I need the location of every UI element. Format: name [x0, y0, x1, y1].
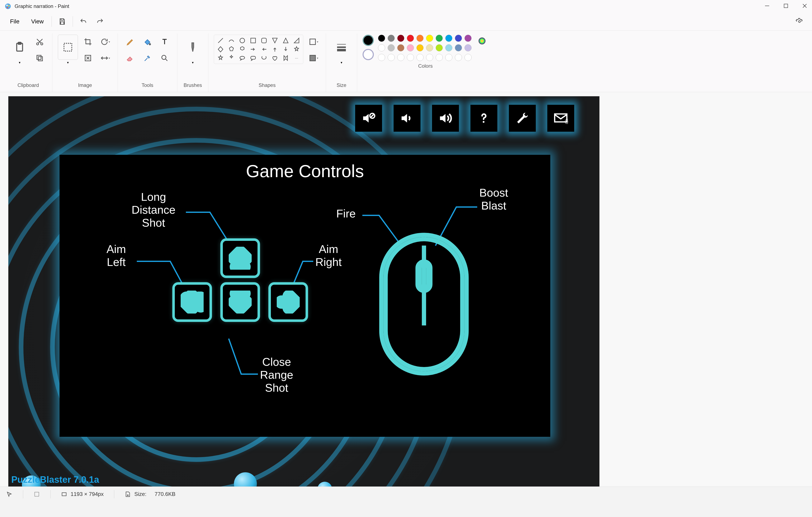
mute-button[interactable]	[355, 105, 382, 132]
menu-file[interactable]: File	[4, 16, 25, 27]
color-swatch[interactable]	[455, 54, 462, 61]
paste-button[interactable]	[9, 35, 30, 60]
color2-swatch[interactable]	[362, 49, 374, 60]
svg-point-24	[240, 56, 245, 59]
color-swatch[interactable]	[378, 54, 385, 61]
svg-rect-45	[62, 493, 66, 496]
color-swatch[interactable]	[387, 54, 395, 61]
color-swatch[interactable]	[464, 44, 471, 51]
color-swatch[interactable]	[426, 35, 433, 42]
paint-app-icon	[4, 2, 12, 10]
group-label: Brushes	[183, 80, 202, 92]
svg-point-31	[479, 38, 485, 44]
minimize-button[interactable]	[764, 3, 770, 10]
svg-rect-17	[64, 43, 71, 51]
menu-view[interactable]: View	[25, 16, 50, 27]
settings-wrench-button[interactable]	[509, 105, 536, 132]
color-swatch[interactable]	[378, 44, 385, 51]
color-swatch[interactable]	[407, 44, 414, 51]
color-swatch[interactable]	[407, 54, 414, 61]
color-swatch[interactable]	[397, 44, 404, 51]
help-button[interactable]	[470, 105, 497, 132]
svg-point-2	[8, 5, 9, 6]
close-button[interactable]	[802, 3, 808, 10]
maximize-button[interactable]	[783, 3, 789, 10]
chevron-down-icon[interactable]: ▾	[19, 61, 21, 64]
color-swatch[interactable]	[416, 54, 424, 61]
key-up	[220, 238, 260, 278]
color-swatch[interactable]	[397, 54, 404, 61]
group-brushes: ▾ Brushes	[177, 33, 208, 92]
svg-rect-5	[784, 4, 788, 8]
color-swatch[interactable]	[378, 35, 385, 42]
color-swatch[interactable]	[445, 35, 452, 42]
color1-swatch[interactable]	[362, 35, 374, 46]
rotate-button[interactable]: ▾	[98, 35, 112, 49]
shape-outline-button[interactable]: ▾	[306, 35, 320, 49]
shape-fill-button[interactable]: ▾	[306, 51, 320, 65]
shapes-more-icon: ⋯	[293, 55, 300, 62]
eraser-tool[interactable]	[123, 51, 138, 65]
volume-high-button[interactable]	[432, 105, 459, 132]
copy-button[interactable]	[33, 51, 47, 65]
flip-button[interactable]: ▾	[98, 51, 112, 65]
svg-point-19	[149, 44, 151, 45]
color-swatch[interactable]	[387, 35, 395, 42]
color-swatch[interactable]	[464, 35, 471, 42]
svg-line-33	[371, 114, 374, 118]
color-swatch[interactable]	[455, 44, 462, 51]
pencil-tool[interactable]	[123, 35, 138, 49]
color-swatch[interactable]	[445, 44, 452, 51]
settings-button[interactable]	[794, 16, 805, 27]
color-swatch[interactable]	[436, 35, 443, 42]
chevron-down-icon[interactable]: ▾	[341, 61, 342, 64]
svg-rect-15	[38, 57, 42, 61]
color-swatch[interactable]	[445, 54, 452, 61]
color-swatch[interactable]	[397, 35, 404, 42]
svg-text:@: @	[564, 118, 568, 124]
group-clipboard: ▾ Clipboard	[4, 33, 52, 92]
mail-button[interactable]: @	[547, 105, 574, 132]
cut-button[interactable]	[33, 35, 47, 49]
color-swatch[interactable]	[464, 54, 471, 61]
size-button[interactable]	[331, 35, 351, 60]
select-button[interactable]	[58, 35, 78, 60]
svg-point-0	[5, 4, 11, 9]
menubar: File View	[0, 12, 812, 30]
svg-rect-9	[61, 22, 64, 24]
edit-colors-button[interactable]	[476, 35, 488, 47]
svg-point-20	[162, 55, 166, 60]
color-swatch[interactable]	[426, 44, 433, 51]
fill-tool[interactable]	[140, 35, 154, 49]
chevron-down-icon[interactable]: ▾	[67, 61, 69, 64]
shapes-gallery[interactable]: ⋯	[214, 35, 303, 64]
redo-button[interactable]	[95, 16, 106, 27]
color-swatch[interactable]	[436, 44, 443, 51]
color-swatch[interactable]	[416, 35, 424, 42]
separator	[52, 16, 52, 27]
crop-button[interactable]	[81, 35, 95, 49]
size-value: 770.6KB	[154, 491, 175, 497]
svg-point-10	[799, 21, 801, 22]
brush-button[interactable]	[183, 35, 203, 60]
volume-low-button[interactable]	[394, 105, 420, 132]
resize-button[interactable]	[81, 51, 95, 65]
color-swatch[interactable]	[455, 35, 462, 42]
text-tool[interactable]	[157, 35, 172, 49]
save-button[interactable]	[57, 16, 68, 27]
chevron-down-icon[interactable]: ▾	[192, 61, 194, 64]
color-swatch[interactable]	[436, 54, 443, 61]
color-swatch[interactable]	[387, 44, 395, 51]
color-swatch[interactable]	[426, 54, 433, 61]
group-label: Shapes	[259, 80, 276, 92]
color-swatch[interactable]	[416, 44, 424, 51]
canvas[interactable]: @ Game Controls LongDistanceShot AimLeft…	[8, 96, 600, 487]
color-swatch[interactable]	[407, 35, 414, 42]
zoom-tool[interactable]	[157, 51, 172, 65]
group-label: Tools	[142, 80, 153, 92]
group-label: Size	[337, 80, 346, 92]
picker-tool[interactable]	[140, 51, 154, 65]
group-image: ▾ ▾ ▾ Image	[52, 33, 118, 92]
undo-button[interactable]	[78, 16, 89, 27]
watermark: PuzzleBlaster 7.0.1a	[11, 475, 99, 485]
